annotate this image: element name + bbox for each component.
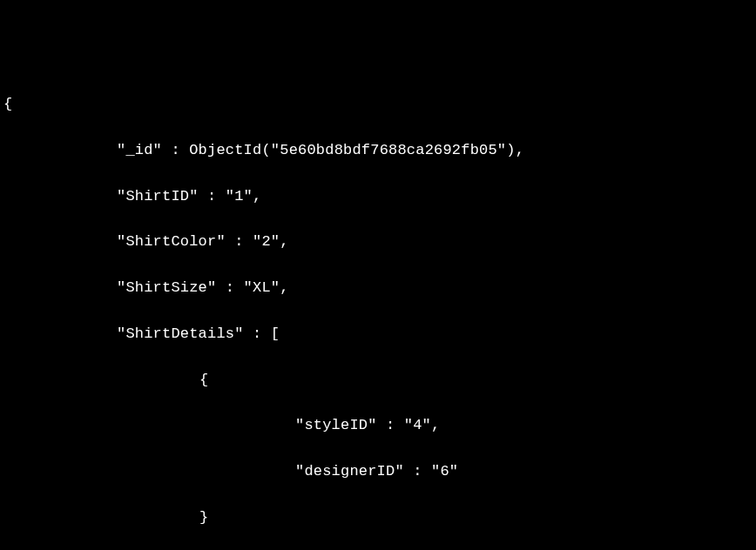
code-line: }	[3, 506, 753, 529]
code-line: "ShirtID" : "1",	[3, 185, 753, 208]
code-line: "styleID" : "4",	[3, 414, 753, 437]
code-line: "ShirtSize" : "XL",	[3, 277, 753, 299]
code-line: "designerID" : "6"	[3, 460, 753, 483]
code-line: "ShirtColor" : "2",	[3, 231, 753, 253]
code-line: "_id" : ObjectId("5e60bd8bdf7688ca2692fb…	[3, 139, 753, 162]
code-line: "ShirtDetails" : [	[3, 323, 753, 345]
code-line: {	[3, 369, 753, 392]
code-line: {	[3, 93, 753, 116]
